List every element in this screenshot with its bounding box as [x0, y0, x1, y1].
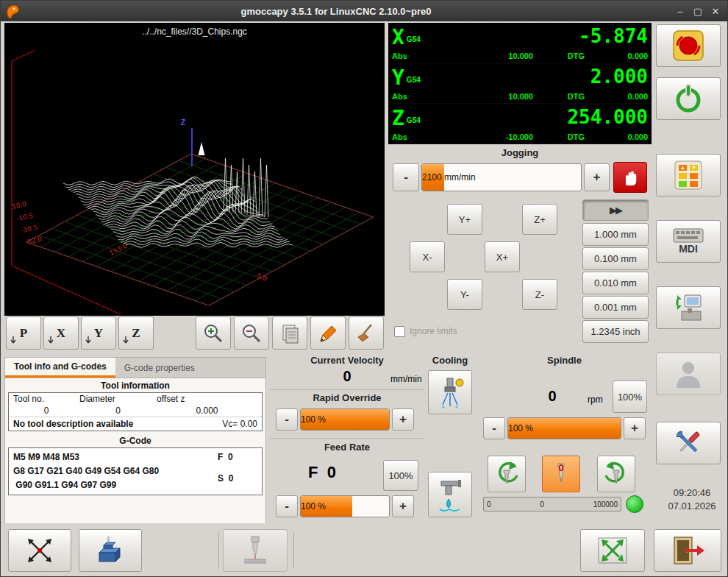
- spindle-plus-button[interactable]: +: [624, 417, 646, 439]
- dro-axis-x[interactable]: X G54 -5.874 Abs 10.000 DTG 0.000: [388, 23, 652, 63]
- mdi-label: MDI: [679, 243, 698, 255]
- dimensions-button[interactable]: [310, 316, 346, 350]
- jog-speed-slider[interactable]: 2100 mm/min: [421, 163, 582, 191]
- flood-coolant-button[interactable]: [428, 472, 472, 517]
- feed-value: F 0: [308, 463, 336, 482]
- rapid-plus-button[interactable]: +: [392, 408, 414, 431]
- view-z-button[interactable]: Z: [118, 316, 154, 350]
- coord-system: G54: [407, 36, 421, 43]
- rapid-minus-button[interactable]: -: [276, 408, 298, 431]
- user-mode-button[interactable]: [656, 353, 721, 395]
- power-icon: [671, 82, 705, 116]
- machine-on-button[interactable]: [656, 77, 721, 120]
- close-button[interactable]: ✕: [707, 3, 724, 19]
- spindle-unit: rpm: [588, 394, 603, 405]
- jog-increment-button[interactable]: 1.000 mm: [582, 223, 649, 246]
- axis-value: -5.874: [579, 25, 648, 47]
- coord-system: G54: [407, 77, 421, 84]
- fullscreen-button[interactable]: [580, 529, 645, 572]
- jog-x-minus-button[interactable]: X-: [410, 241, 445, 272]
- abs-label: Abs: [392, 132, 421, 141]
- spindle-cw-icon: [602, 460, 631, 488]
- jog-increment-button[interactable]: 1.2345 inch: [582, 320, 649, 343]
- ignore-limits-label: Ignore limits: [410, 326, 457, 336]
- axis-value: 2.000: [590, 66, 648, 88]
- estop-button[interactable]: [656, 24, 721, 67]
- jog-y-plus-button[interactable]: Y+: [447, 204, 482, 235]
- view-y-button[interactable]: Y: [81, 316, 116, 350]
- gcode-line: M5 M9 M48 M53: [13, 450, 218, 464]
- tool-information-header: Tool information: [8, 380, 263, 391]
- velocity-unit: mm/min: [390, 374, 422, 384]
- view-x-button[interactable]: X: [43, 316, 79, 350]
- tools-icon: [671, 426, 705, 460]
- spindle-ccw-button[interactable]: [488, 456, 526, 492]
- down-arrow-icon: [10, 336, 18, 345]
- spindle-100-button[interactable]: 100%: [613, 380, 647, 413]
- jog-speed-minus-button[interactable]: -: [393, 163, 419, 191]
- pencil-icon: [317, 322, 339, 344]
- feed-rate-slider[interactable]: 100 %: [300, 495, 390, 517]
- tab-tool-info[interactable]: Tool info and G-codes: [5, 358, 115, 378]
- main-window: gmoccapy 3.5.1 for LinuxCNC 2.10.0~pre0 …: [0, 0, 728, 577]
- spindle-at-speed-led: [626, 495, 643, 513]
- toolpath-toggle-button[interactable]: [272, 316, 307, 350]
- z-axis-label: Z: [181, 118, 185, 127]
- spindle-override-slider[interactable]: 100 %: [507, 417, 621, 439]
- spindle-minus-button[interactable]: -: [483, 417, 505, 439]
- tool-measure-button[interactable]: [223, 529, 288, 572]
- jog-x-plus-button[interactable]: X+: [485, 241, 520, 272]
- jog-keypad-icon: [672, 158, 704, 192]
- feed-100-button[interactable]: 100%: [383, 460, 418, 491]
- settings-button[interactable]: [656, 422, 721, 464]
- tool-settings-button[interactable]: [656, 286, 721, 329]
- touch-off-button[interactable]: [8, 529, 71, 572]
- tool-info-content: Tool information Tool no. Diameter offse…: [5, 378, 265, 523]
- jog-z-minus-button[interactable]: Z-: [522, 279, 557, 310]
- dtg-label: DTG: [533, 52, 585, 60]
- jog-increment-continuous-button[interactable]: ▶▶: [582, 199, 649, 221]
- spindle-stop-button[interactable]: 0: [542, 456, 580, 492]
- jog-z-plus-button[interactable]: Z+: [522, 204, 557, 235]
- zoom-out-button[interactable]: [234, 316, 269, 350]
- user-icon: [674, 358, 703, 389]
- abs-label: Abs: [392, 52, 421, 60]
- mdi-button[interactable]: MDI: [656, 220, 721, 263]
- dro-axis-y[interactable]: Y G54 2.000 Abs 10.000 DTG 0.000: [388, 63, 652, 104]
- col-offset-z: offset z: [157, 394, 257, 404]
- rapid-override-slider[interactable]: 100 %: [300, 408, 390, 431]
- keyboard-icon: [673, 228, 704, 243]
- maximize-button[interactable]: ▢: [689, 3, 707, 19]
- spindle-cw-button[interactable]: [597, 456, 635, 492]
- zoom-in-icon: [202, 322, 224, 344]
- turtle-jog-button[interactable]: [613, 162, 647, 193]
- gremlin-preview[interactable]: ../../nc_files//3D_Chips.ngc Z 10.0 -10.…: [4, 23, 385, 316]
- feed-minus-button[interactable]: -: [276, 495, 298, 517]
- zoom-in-button[interactable]: [196, 316, 231, 350]
- ignore-limits-checkbox[interactable]: [394, 326, 405, 337]
- minimize-button[interactable]: –: [671, 3, 689, 19]
- tab-gcode-properties[interactable]: G-code properties: [115, 358, 204, 378]
- dro-axis-z[interactable]: Z G54 254.000 Abs -10.000 DTG 0.000: [388, 104, 652, 144]
- exit-button[interactable]: [654, 529, 721, 572]
- system-time: 09:20:46: [655, 487, 728, 498]
- abs-value: 10.000: [421, 92, 533, 101]
- current-velocity-label: Current Velocity: [270, 355, 424, 366]
- jog-speed-value: 2100 mm/min: [422, 172, 476, 183]
- jog-increment-button[interactable]: 0.010 mm: [582, 272, 649, 294]
- axis-value: 254.000: [567, 106, 648, 128]
- feed-plus-button[interactable]: +: [392, 495, 414, 517]
- touch-plate-button[interactable]: [79, 529, 142, 572]
- down-arrow-icon: [123, 336, 130, 345]
- jog-y-minus-button[interactable]: Y-: [447, 279, 482, 310]
- mist-coolant-button[interactable]: [428, 370, 472, 414]
- active-gcodes-box: M5 M9 M48 M53 G8 G17 G21 G40 G49 G54 G64…: [8, 447, 263, 495]
- jog-increment-button[interactable]: 0.001 mm: [582, 296, 649, 319]
- clear-plot-button[interactable]: [349, 316, 384, 350]
- jog-speed-plus-button[interactable]: +: [584, 163, 610, 191]
- gcode-header: G-Code: [8, 436, 263, 446]
- mist-icon: [435, 375, 465, 409]
- jog-increment-button[interactable]: 0.100 mm: [582, 247, 649, 270]
- view-perspective-button[interactable]: P: [6, 316, 41, 350]
- show-keypad-button[interactable]: [656, 154, 721, 197]
